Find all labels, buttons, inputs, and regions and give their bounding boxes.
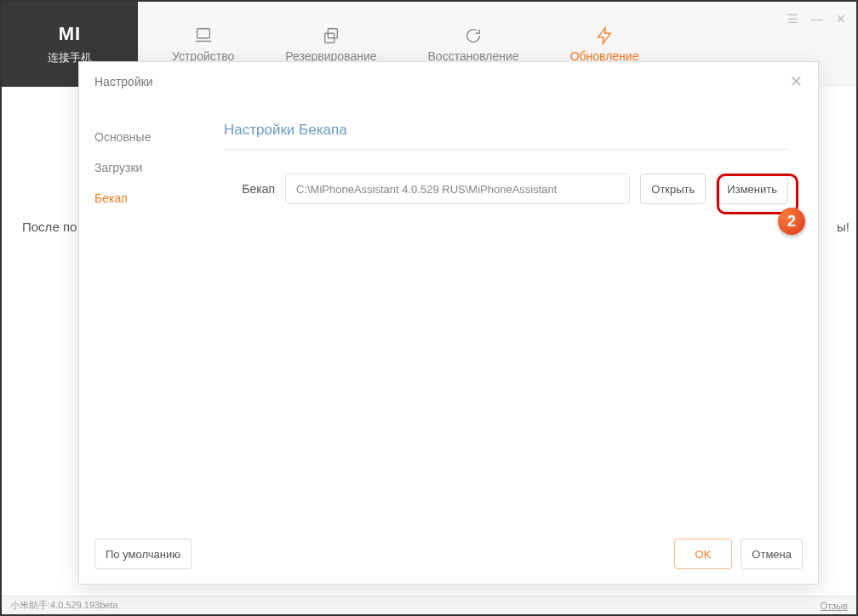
backup-label: Бекап	[224, 182, 275, 196]
bg-text-right: ы!	[837, 220, 849, 234]
modal-main: Настройки Бекапа Бекап Открыть Изменить	[224, 100, 818, 531]
defaults-button[interactable]: По умолчанию	[94, 539, 192, 569]
divider	[224, 149, 788, 150]
status-bar: 小米助手:4.0.529.193beta Отзыв	[2, 596, 856, 614]
modal-close-icon[interactable]: ✕	[790, 72, 803, 91]
modal-title: Настройки	[94, 75, 153, 88]
modal-titlebar: Настройки ✕	[79, 62, 818, 100]
copy-icon	[322, 26, 340, 45]
device-icon	[194, 26, 213, 45]
menu-icon[interactable]: ☰	[787, 12, 798, 26]
svg-rect-0	[197, 28, 209, 37]
close-icon[interactable]: ✕	[836, 12, 846, 26]
cancel-button[interactable]: Отмена	[741, 539, 803, 569]
svg-marker-4	[598, 27, 611, 43]
window-controls: ☰ — ✕	[787, 12, 846, 26]
ok-button[interactable]: OK	[674, 539, 733, 569]
minimize-icon[interactable]: —	[811, 12, 823, 26]
backup-path-input[interactable]	[285, 174, 630, 204]
nav-device[interactable]: Устройство	[172, 26, 234, 63]
sidebar-item-main[interactable]: Основные	[94, 122, 224, 152]
change-button[interactable]: Изменить	[716, 174, 788, 204]
settings-modal: Настройки ✕ Основные Загрузки Бекап Наст…	[78, 61, 819, 585]
restore-icon	[464, 26, 483, 45]
nav-update[interactable]: Обновление	[570, 26, 639, 63]
sidebar-item-downloads[interactable]: Загрузки	[94, 152, 224, 183]
modal-sidebar: Основные Загрузки Бекап	[79, 100, 224, 531]
brand-logo: MI	[59, 23, 81, 45]
bg-text-left: После по	[22, 220, 77, 234]
bolt-icon	[595, 26, 614, 45]
nav-backup[interactable]: Резервирование	[285, 26, 376, 63]
modal-footer: По умолчанию OK Отмена	[79, 531, 818, 584]
status-version: 小米助手:4.0.529.193beta	[10, 599, 118, 612]
sidebar-item-backup[interactable]: Бекап	[94, 183, 224, 214]
open-button[interactable]: Открыть	[640, 174, 706, 204]
status-review-link[interactable]: Отзыв	[821, 601, 848, 611]
section-title: Настройки Бекапа	[224, 122, 788, 139]
backup-path-row: Бекап Открыть Изменить	[224, 174, 788, 204]
nav-restore[interactable]: Восстановление	[428, 26, 519, 63]
